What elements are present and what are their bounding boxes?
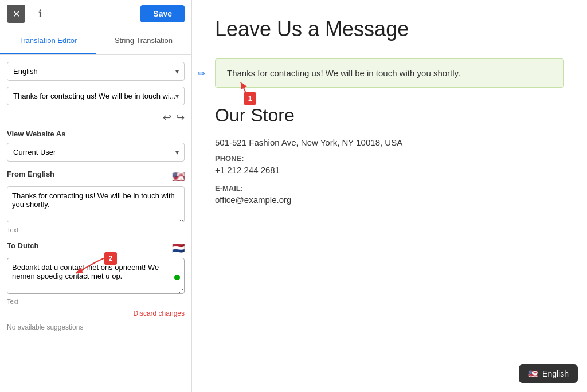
tabs: Translation Editor String Translation: [0, 28, 191, 55]
lang-flag-icon: 🇺🇸: [528, 369, 538, 378]
phone-label: PHONE:: [215, 154, 564, 163]
close-button[interactable]: ✕: [7, 5, 25, 23]
string-dropdown-wrap: Thanks for contacting us! We will be in …: [7, 87, 185, 105]
lang-badge-label: English: [542, 369, 569, 378]
annotation-badge-2: 2: [104, 252, 117, 265]
highlight-box: Thanks for contacting us! We will be in …: [215, 58, 564, 88]
annotation-badge-1: 1: [244, 92, 256, 105]
page-title: Leave Us a Message: [215, 17, 564, 41]
language-dropdown[interactable]: English Dutch French: [7, 62, 185, 81]
email-label: E-MAIL:: [215, 184, 564, 193]
language-badge[interactable]: 🇺🇸 English: [519, 364, 578, 383]
to-field-type: Text: [7, 298, 185, 305]
string-dropdown[interactable]: Thanks for contacting us! We will be in …: [7, 87, 185, 105]
discard-changes-link[interactable]: Discard changes: [7, 309, 185, 317]
store-title: Our Store: [215, 105, 564, 126]
view-website-section: View Website As Current User Guest ▾: [7, 130, 185, 162]
phone-value: +1 212 244 2681: [215, 165, 564, 175]
panel-content: English Dutch French ▾ Thanks for contac…: [0, 55, 191, 392]
undo-button[interactable]: ↩: [163, 111, 171, 124]
tab-string-translation[interactable]: String Translation: [96, 28, 191, 54]
to-dutch-label: To Dutch: [7, 241, 38, 250]
highlight-text: Thanks for contacting us! We will be in …: [227, 68, 552, 78]
dutch-flag-icon: 🇳🇱: [172, 242, 185, 254]
email-value: office@example.org: [215, 195, 564, 205]
suggestions-label: No available suggestions: [7, 323, 185, 331]
from-english-textarea: Thanks for contacting us! We will be in …: [7, 186, 185, 222]
top-bar: ✕ ℹ Save: [0, 0, 191, 28]
from-section: From English 🇺🇸 Thanks for contacting us…: [7, 170, 185, 233]
save-button[interactable]: Save: [140, 5, 185, 22]
view-website-label: View Website As: [7, 130, 185, 138]
right-panel: Leave Us a Message ✏ 1 Thanks for contac…: [192, 0, 587, 392]
green-status-dot: [174, 275, 180, 280]
highlight-area: ✏ 1 Thanks for contacting us! We will be…: [215, 58, 564, 88]
to-dutch-textarea[interactable]: Bedankt dat u contact met ons opneemt! W…: [7, 258, 185, 294]
to-section: To Dutch 🇳🇱 2 Bedankt dat u contact me: [7, 241, 185, 317]
info-button[interactable]: ℹ: [31, 5, 49, 23]
from-field-type: Text: [7, 226, 185, 233]
store-address: 501-521 Fashion Ave, New York, NY 10018,…: [215, 138, 564, 147]
dutch-textarea-wrap: Bedankt dat u contact met ons opneemt! W…: [7, 258, 185, 296]
undo-redo-bar: ↩ ↪: [7, 111, 185, 124]
to-header: To Dutch 🇳🇱: [7, 241, 185, 254]
left-panel: ✕ ℹ Save Translation Editor String Trans…: [0, 0, 192, 392]
tab-translation-editor[interactable]: Translation Editor: [0, 28, 96, 54]
view-as-dropdown[interactable]: Current User Guest: [7, 143, 185, 162]
from-header: From English 🇺🇸: [7, 170, 185, 183]
edit-pencil-icon[interactable]: ✏: [198, 68, 205, 79]
english-flag-icon: 🇺🇸: [172, 170, 185, 183]
view-as-dropdown-wrap: Current User Guest ▾: [7, 143, 185, 162]
from-english-label: From English: [7, 170, 54, 178]
language-dropdown-wrap: English Dutch French ▾: [7, 62, 185, 81]
redo-button[interactable]: ↪: [176, 111, 185, 124]
